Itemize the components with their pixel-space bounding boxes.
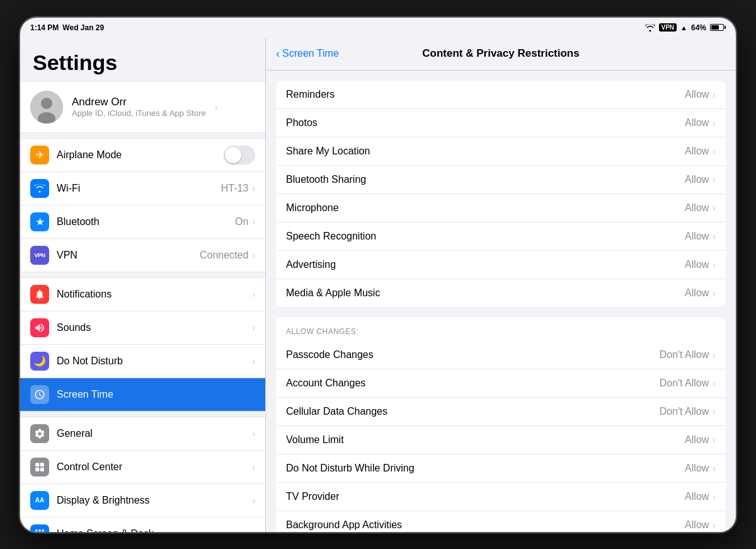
nav-back-button[interactable]: ‹ Screen Time [276, 47, 339, 61]
tvprovider-row[interactable]: TV Provider Allow › [276, 483, 726, 511]
backgroundappactivities-label: Background App Activities [286, 519, 685, 531]
notifications-icon [30, 285, 49, 304]
microphone-value: Allow [685, 202, 709, 214]
mediaapplemusic-chevron: › [713, 288, 716, 298]
homescreen-chevron: › [252, 529, 255, 533]
sidebar-item-airplane[interactable]: ✈ Airplane Mode [20, 139, 265, 172]
donotdisturbdriving-row[interactable]: Do Not Disturb While Driving Allow › [276, 454, 726, 483]
sidebar-item-controlcenter[interactable]: Control Center › [20, 451, 265, 484]
notifications-label: Notifications [57, 289, 252, 300]
photos-label: Photos [286, 117, 685, 129]
device-frame: 1:14 PM Wed Jan 29 VPN ▲ 64% Settin [19, 16, 737, 533]
accountchanges-label: Account Changes [286, 378, 660, 389]
user-name: Andrew Orr [72, 96, 206, 108]
vpn-label: VPN [57, 250, 200, 261]
battery-icon [710, 24, 726, 31]
reminders-row[interactable]: Reminders Allow › [276, 81, 726, 109]
backgroundappactivities-value: Allow [685, 519, 709, 531]
backgroundappactivities-row[interactable]: Background App Activities Allow › [276, 511, 726, 533]
sidebar-item-homescreen[interactable]: Home Screen & Dock › [20, 517, 265, 533]
general-icon [30, 424, 49, 443]
nav-bar: ‹ Screen Time Content & Privacy Restrict… [266, 38, 736, 71]
backgroundappactivities-chevron: › [713, 520, 716, 530]
sharelocation-value: Allow [685, 146, 709, 157]
mediaapplemusic-row[interactable]: Media & Apple Music Allow › [276, 279, 726, 307]
volumelimit-row[interactable]: Volume Limit Allow › [276, 426, 726, 454]
display-icon: AA [30, 491, 49, 510]
back-chevron-icon: ‹ [276, 47, 280, 61]
avatar [30, 91, 63, 124]
sidebar-item-screentime[interactable]: Screen Time [20, 378, 265, 411]
photos-row[interactable]: Photos Allow › [276, 109, 726, 137]
user-profile[interactable]: Andrew Orr Apple ID, iCloud, iTunes & Ap… [20, 81, 265, 133]
sounds-label: Sounds [57, 322, 252, 333]
airplane-label: Airplane Mode [57, 149, 224, 161]
passcodechanges-value: Don't Allow [660, 349, 709, 361]
advertising-row[interactable]: Advertising Allow › [276, 251, 726, 279]
reminders-value: Allow [685, 89, 709, 100]
cellulardatachanges-row[interactable]: Cellular Data Changes Don't Allow › [276, 398, 726, 426]
donotdisturb-icon: 🌙 [30, 352, 49, 371]
vpn-chevron: › [252, 250, 255, 260]
microphone-label: Microphone [286, 202, 685, 214]
sharelocation-chevron: › [713, 146, 716, 156]
wifi-label: Wi-Fi [57, 183, 221, 194]
nav-back-label: Screen Time [282, 48, 339, 59]
cellulardatachanges-chevron: › [713, 407, 716, 417]
sidebar-item-notifications[interactable]: Notifications › [20, 278, 265, 311]
reminders-chevron: › [713, 90, 716, 100]
svg-rect-4 [40, 463, 44, 466]
screentime-label: Screen Time [57, 389, 255, 400]
sidebar-item-donotdisturb[interactable]: 🌙 Do Not Disturb › [20, 345, 265, 378]
vpn-icon: VPN [30, 246, 49, 265]
wifi-value: HT-13 [221, 183, 249, 194]
speechrecognition-label: Speech Recognition [286, 231, 685, 242]
volumelimit-label: Volume Limit [286, 434, 685, 446]
accountchanges-row[interactable]: Account Changes Don't Allow › [276, 369, 726, 398]
mediaapplemusic-label: Media & Apple Music [286, 287, 685, 299]
sounds-chevron: › [252, 323, 255, 333]
photos-value: Allow [685, 117, 709, 129]
signal-icon: ▲ [680, 24, 687, 32]
sidebar-item-wifi[interactable]: Wi-Fi HT-13 › [20, 172, 265, 205]
settings-title: Settings [20, 38, 265, 81]
svg-rect-5 [35, 467, 39, 471]
sidebar-item-sounds[interactable]: Sounds › [20, 311, 265, 345]
svg-rect-6 [40, 467, 44, 471]
general-label: General [57, 428, 252, 439]
donotdisturb-label: Do Not Disturb [57, 355, 252, 367]
passcodechanges-row[interactable]: Passcode Changes Don't Allow › [276, 341, 726, 369]
volumelimit-value: Allow [685, 434, 709, 446]
general-group: General › Control Center › AA Display & … [20, 417, 265, 533]
status-bar-right: VPN ▲ 64% [645, 23, 726, 32]
sidebar-item-display[interactable]: AA Display & Brightness › [20, 484, 265, 517]
sharelocation-row[interactable]: Share My Location Allow › [276, 137, 726, 166]
controlcenter-chevron: › [252, 462, 255, 472]
date: Wed Jan 29 [62, 23, 104, 32]
advertising-chevron: › [713, 260, 716, 270]
allowchanges-label: ALLOW CHANGES: [276, 317, 726, 341]
battery-percent: 64% [691, 23, 706, 32]
microphone-chevron: › [713, 203, 716, 213]
wifi-settings-icon [30, 179, 49, 198]
homescreen-icon [30, 524, 49, 533]
screentime-icon [30, 385, 49, 404]
bluetoothsharing-value: Allow [685, 174, 709, 185]
network-group: ✈ Airplane Mode Wi-Fi [20, 138, 265, 272]
donotdisturbdriving-label: Do Not Disturb While Driving [286, 463, 685, 474]
microphone-row[interactable]: Microphone Allow › [276, 194, 726, 222]
permissions-section: Reminders Allow › Photos Allow › Share M… [276, 81, 726, 307]
bluetoothsharing-row[interactable]: Bluetooth Sharing Allow › [276, 166, 726, 194]
vpn-badge: VPN [659, 23, 677, 32]
cellulardatachanges-value: Don't Allow [660, 406, 709, 417]
display-label: Display & Brightness [57, 495, 252, 506]
sidebar-item-bluetooth[interactable]: ★ Bluetooth On › [20, 205, 265, 239]
sidebar-item-vpn[interactable]: VPN VPN Connected › [20, 239, 265, 272]
svg-rect-3 [35, 463, 39, 466]
speechrecognition-row[interactable]: Speech Recognition Allow › [276, 222, 726, 251]
svg-point-1 [41, 98, 52, 109]
passcodechanges-chevron: › [713, 350, 716, 360]
airplane-toggle[interactable] [224, 146, 255, 165]
bluetooth-icon: ★ [30, 212, 49, 231]
sidebar-item-general[interactable]: General › [20, 417, 265, 451]
